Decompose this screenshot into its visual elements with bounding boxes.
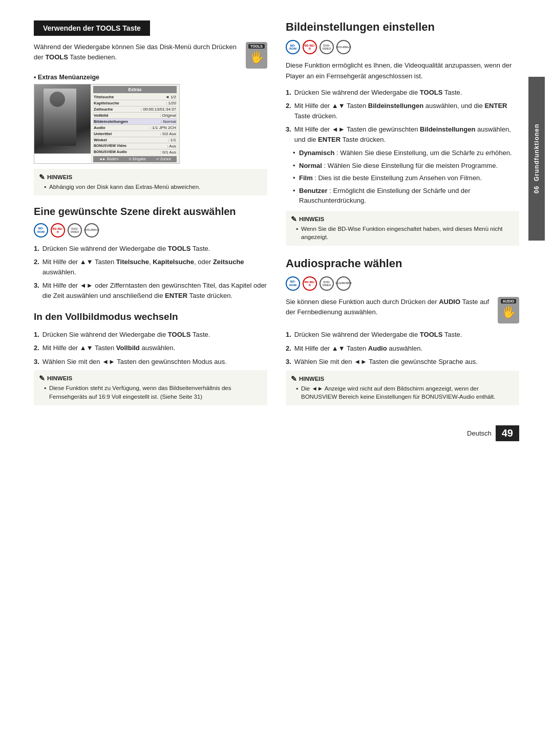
bild-bullet-normal: •Normal : Wählen Sie diese Einstellung f… [293,161,519,171]
vollbild-step-1: 1. Drücken Sie während der Wiedergabe di… [34,330,267,340]
bild-step-2: 2. Mit Hilfe der ▲▼ Tasten Bildeinstellu… [286,101,519,121]
bild-section: Bildeinstellungen einstellen BD-ROM BD-R… [286,20,519,246]
bild-disc-dvd-plus: DVD+RW/+R [336,40,351,54]
tools-paragraph: Während der Wiedergabe können Sie das Di… [34,42,267,62]
scene-heading: Eine gewünschte Szene direkt auswählen [34,205,267,218]
bild-disc-bd-rom: BD-ROM [286,40,300,54]
audio-hinweis: ✎ HINWEIS ▪ Die ◄► Anzeige wird nicht au… [286,371,519,405]
extras-menu-table: Extras Titelsuche◄ 1/2 Kapitelsuche: 1/2… [91,84,179,163]
audio-disc-bd-rom: BD-ROM [286,276,300,291]
vollbild-step-3: 3. Wählen Sie mit den ◄► Tasten den gewü… [34,357,267,367]
audio-heading: Audiosprache wählen [286,257,519,270]
bild-bullets: •Dynamisch : Wählen Sie diese Einstellun… [286,148,519,206]
bild-heading: Bildeinstellungen einstellen [286,20,519,34]
tools-remote-icon: TOOLS 🖐 [246,42,267,69]
scene-section: Eine gewünschte Szene direkt auswählen B… [34,205,267,301]
disc-dvd-video: DVD-VIDEO [68,223,82,237]
vollbild-heading: In den Vollbildmodus wechseln [34,311,267,323]
disc-bd-re-r: BD-RE/-R [51,223,65,237]
bild-disc-bd-re-r: BD-RE/-R [303,40,317,54]
audio-disc-icons: BD-ROM BD-RE/-R DVD-VIDEO DivX/MV/MP4 [286,276,519,291]
scene-steps: 1. Drücken Sie während der Wiedergabe di… [34,244,267,301]
audio-disc-divx: DivX/MV/MP4 [336,276,351,291]
audio-steps: 1. Drücken Sie während der Wiedergabe di… [286,330,519,367]
scene-step-2: 2. Mit Hilfe der ▲▼ Tasten Titelsuche, K… [34,257,267,277]
scene-disc-icons: BD-ROM BD-RE/-R DVD-VIDEO DVD+RW/+R [34,223,267,237]
bild-step-3: 3. Mit Hilfe der ◄► Tasten die gewünscht… [286,124,519,144]
audio-step-3: 3. Wählen Sie mit den ◄► Tasten die gewü… [286,357,519,367]
vollbild-hinweis: ✎ HINWEIS ▪ Diese Funktion steht zu Verf… [34,370,267,405]
audio-step-2: 2. Mit Hilfe der ▲▼ Tasten Audio auswähl… [286,343,519,354]
extras-screenshot [34,84,91,154]
audio-disc-bd-re-r: BD-RE/-R [303,276,317,291]
bild-disc-dvd-video: DVD-VIDEO [320,40,334,54]
bild-bullet-film: •Film : Dies ist die beste Einstellung z… [293,173,519,183]
bild-hinweis: ✎ HINWEIS ▪ Wenn Sie die BD-Wise Funktio… [286,211,519,246]
bild-steps: 1. Drücken Sie während der Wiedergabe di… [286,88,519,145]
page-footer: Deutsch 49 [467,425,519,441]
tools-hinweis: ✎ HINWEIS ▪ Abhängig von der Disk kann d… [34,169,267,196]
right-column: Bildeinstellungen einstellen BD-ROM BD-R… [286,20,545,416]
vollbild-step-2: 2. Mit Hilfe der ▲▼ Tasten Vollbild ausw… [34,343,267,353]
scene-step-3: 3. Mit Hilfe der ◄► oder Zifferntasten d… [34,280,267,300]
scene-step-1: 1. Drücken Sie während der Wiedergabe di… [34,244,267,254]
audio-step-1: 1. Drücken Sie während der Wiedergabe di… [286,330,519,340]
vollbild-steps: 1. Drücken Sie während der Wiedergabe di… [34,330,267,367]
tools-section: Verwenden der TOOLS Taste TOOLS 🖐 Währen… [34,20,267,196]
page-number-box: 49 [496,425,519,441]
extras-menu-container: Extras Titelsuche◄ 1/2 Kapitelsuche: 1/2… [34,84,180,164]
audio-intro: Sie können diese Funktion auch durch Drü… [286,297,519,317]
bild-step-1: 1. Drücken Sie während der Wiedergabe di… [286,88,519,98]
disc-dvd-plus: DVD+RW/+R [84,223,99,237]
audio-disc-dvd-video: DVD-VIDEO [320,276,334,291]
left-column: Verwenden der TOOLS Taste TOOLS 🖐 Währen… [8,20,267,416]
tools-heading-box: Verwenden der TOOLS Taste [34,20,150,36]
audio-remote-icon: AUDIO 🖐 [498,297,519,323]
bild-bullet-benutzer: •Benutzer : Ermöglicht die Einstellung d… [293,186,519,206]
vollbild-section: In den Vollbildmodus wechseln 1. Drücken… [34,311,267,405]
extras-menü-label: • Extras Menüanzeige [34,74,267,81]
bild-disc-icons: BD-ROM BD-RE/-R DVD-VIDEO DVD+RW/+R [286,40,519,54]
bild-bullet-dynamisch: •Dynamisch : Wählen Sie diese Einstellun… [293,148,519,158]
audio-section: Audiosprache wählen BD-ROM BD-RE/-R DVD-… [286,257,519,405]
disc-bd-rom: BD-ROM [34,223,48,237]
bild-intro: Diese Funktion ermöglicht es Ihnen, die … [286,60,519,81]
side-tab: 06 Grundfunktionen [528,77,545,241]
